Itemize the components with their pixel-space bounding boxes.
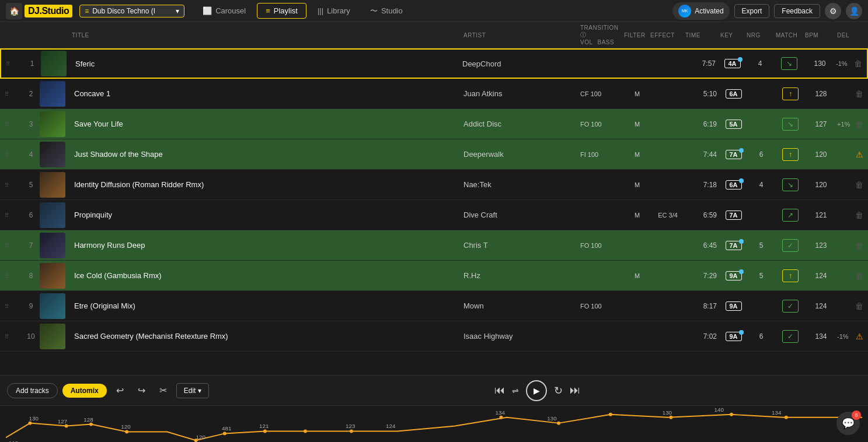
play-button[interactable]: ▶ (526, 380, 547, 401)
drag-handle[interactable]: ⠿ (5, 181, 22, 189)
key-dot (739, 148, 744, 153)
chat-button[interactable]: 💬 6 (836, 412, 860, 435)
match-cell[interactable]: ↘ (776, 118, 805, 131)
svg-text:130: 130 (29, 415, 39, 422)
drag-dots: ⠿ (5, 121, 9, 128)
table-row[interactable]: ⠿ 6 Propinquity Dive Craft M EC 3/4 6:59… (0, 200, 868, 230)
match-cell[interactable]: ↑ (776, 87, 805, 100)
add-tracks-button[interactable]: Add tracks (7, 383, 58, 398)
drag-handle[interactable]: ⠿ (5, 241, 22, 250)
table-row[interactable]: ⠿ 5 Identity Diffusion (Roman Ridder Rmx… (0, 170, 868, 200)
drag-handle[interactable]: ⠿ (5, 211, 22, 219)
drag-handle[interactable]: ⠿ (5, 90, 22, 98)
home-button[interactable]: 🏠 (6, 3, 22, 19)
transition-cell: CF 100 (580, 90, 624, 97)
delete-icon[interactable]: 🗑 (854, 59, 862, 68)
table-row[interactable]: ⠿ 4 Just Shadow of the Shape Deeperwalk … (0, 139, 868, 170)
redo-button[interactable]: ↪ (133, 383, 150, 398)
match-cell[interactable]: ↑ (776, 148, 805, 161)
table-row[interactable]: ⠿ 7 Harmony Runs Deep Chris T FO 100 6:4… (0, 230, 868, 261)
table-row[interactable]: ⠿ 2 Concave 1 Juan Atkins CF 100 M 5:10 … (0, 79, 868, 109)
automix-button[interactable]: Automix (62, 384, 107, 398)
activated-button[interactable]: MK Activated (672, 2, 729, 20)
scissors-button[interactable]: ✂ (155, 383, 172, 398)
edit-button[interactable]: Edit ▾ (176, 383, 210, 398)
table-row[interactable]: ⠿ 3 Save Your Life Addict Disc FO 100 M … (0, 109, 868, 139)
col-time-header: Time (685, 32, 720, 38)
match-button[interactable]: ↑ (782, 87, 799, 100)
drag-handle[interactable]: ⠿ (5, 150, 22, 159)
svg-point-26 (609, 413, 612, 416)
drag-handle[interactable]: ⠿ (5, 332, 22, 341)
export-button[interactable]: Export (734, 4, 770, 18)
prev-track-button[interactable]: ⏮ (494, 384, 505, 397)
bpm-cell: 124 (805, 302, 837, 310)
match-button[interactable]: ↗ (782, 209, 799, 222)
delete-icon[interactable]: 🗑 (855, 89, 863, 99)
col-artist-header: Artist (463, 32, 580, 38)
match-button[interactable]: ↘ (782, 178, 799, 191)
track-title: Sacred Geometry (Mechanist Retexture Rmx… (74, 332, 228, 341)
match-cell[interactable]: ↑ (776, 269, 805, 282)
key-cell: 9A (720, 332, 747, 341)
match-cell[interactable]: ✓ (776, 300, 805, 313)
bpm-cell: 130 (804, 59, 836, 68)
match-button[interactable]: ✓ (782, 239, 799, 252)
playlist-selector[interactable]: ≡ Dub Disco Techno (I ▾ (79, 5, 184, 17)
match-button[interactable]: ✓ (782, 330, 799, 343)
match-cell[interactable]: ✓ (776, 330, 805, 343)
mix-button[interactable]: ⇌ (512, 386, 519, 395)
svg-point-24 (499, 416, 503, 419)
track-title-cell: Sferic (73, 59, 462, 68)
tab-playlist[interactable]: ≡ Playlist (257, 3, 306, 19)
col-match-header: Match (776, 32, 805, 38)
drag-handle[interactable]: ⠿ (5, 302, 22, 310)
bottom-controls: Add tracks Automix ↩ ↪ ✂ Edit ▾ ⏮ ⇌ ▶ ↻ … (0, 375, 868, 405)
match-button[interactable]: ↑ (782, 269, 799, 282)
match-button[interactable]: ↑ (782, 148, 799, 161)
delete-icon[interactable]: 🗑 (855, 241, 863, 250)
delete-icon[interactable]: 🗑 (855, 180, 863, 190)
tab-carousel[interactable]: ⬜ Carousel (194, 3, 255, 19)
match-button[interactable]: ↘ (782, 118, 799, 131)
match-cell[interactable]: ↘ (776, 178, 805, 191)
bpm-cell: 128 (805, 90, 837, 98)
feedback-button[interactable]: Feedback (774, 4, 820, 18)
col-filter-header: Filter (624, 32, 650, 38)
table-row[interactable]: ⠿ 9 Etre (Original Mix) Mown FO 100 8:17… (0, 291, 868, 321)
key-badge: 7A (726, 150, 742, 159)
tab-library[interactable]: ||| Library (309, 3, 359, 19)
thumb-image (40, 293, 65, 319)
match-cell[interactable]: ✓ (776, 239, 805, 252)
table-row[interactable]: ⠿ 1 Sferic DeepChord 7:57 4A 4 ↘ 130 (0, 48, 868, 79)
settings-icon[interactable]: ⚙ (825, 3, 841, 19)
track-title: Etre (Original Mix) (74, 301, 135, 310)
undo-button[interactable]: ↩ (111, 383, 128, 398)
delete-icon[interactable]: 🗑 (855, 301, 863, 311)
match-cell[interactable]: ↗ (776, 209, 805, 222)
loop-button[interactable]: ↻ (554, 384, 563, 397)
delete-icon[interactable]: 🗑 (855, 211, 863, 220)
tab-studio[interactable]: 〜 Studio (361, 2, 412, 20)
filter-cell: M (624, 181, 650, 188)
drag-handle[interactable]: ⠿ (5, 272, 22, 280)
next-track-button[interactable]: ⏭ (570, 384, 580, 397)
table-row[interactable]: ⠿ 10 Sacred Geometry (Mechanist Retextur… (0, 321, 868, 352)
user-avatar[interactable]: 👤 (846, 3, 862, 19)
match-button[interactable]: ✓ (782, 300, 799, 313)
nrg-cell: 6 (747, 150, 776, 159)
time-cell: 7:44 (685, 150, 720, 159)
match-button[interactable]: ↘ (781, 57, 797, 70)
track-title: Harmony Runs Deep (74, 241, 145, 250)
svg-text:134: 134 (496, 409, 506, 416)
filter-cell: M (624, 151, 650, 158)
chat-badge: 6 (852, 411, 861, 420)
drag-handle[interactable]: ⠿ (6, 59, 23, 68)
delete-icon[interactable]: 🗑 (855, 271, 863, 280)
match-cell[interactable]: ↘ (775, 57, 804, 70)
drag-handle[interactable]: ⠿ (5, 120, 22, 128)
table-row[interactable]: ⠿ 8 Ice Cold (Gambusia Rmx) R.Hz M 7:29 … (0, 261, 868, 291)
bpm-cell: 127 (805, 120, 837, 128)
track-title: Concave 1 (74, 89, 110, 98)
delete-icon[interactable]: 🗑 (855, 120, 863, 129)
